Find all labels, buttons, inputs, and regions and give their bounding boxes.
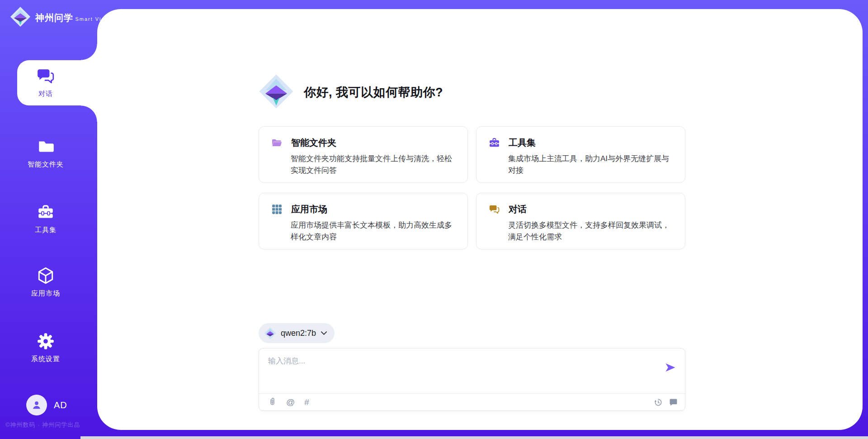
feature-cards: 智能文件夹 智能文件夹功能支持批量文件上传与清洗，轻松实现文件问答 工具集 集成… <box>259 126 685 249</box>
greeting-text: 你好, 我可以如何帮助你? <box>304 84 443 100</box>
sidebar-item-app-market[interactable]: 应用市场 <box>0 266 91 298</box>
model-selector[interactable]: qwen2:7b <box>259 323 335 343</box>
user-profile[interactable]: AD <box>26 395 67 415</box>
chat-icon <box>36 67 55 86</box>
assistant-logo-diamond-icon <box>259 74 294 111</box>
bubble-fillet-top <box>81 44 97 60</box>
sidebar-item-label: 系统设置 <box>0 355 91 363</box>
card-description: 集成市场上主流工具，助力AI与外界无缝扩展与对接 <box>508 153 673 176</box>
card-description: 应用市场提供丰富长文本模板，助力高效生成多样化文章内容 <box>291 220 456 243</box>
briefcase-icon <box>489 137 500 148</box>
bottom-strip <box>80 436 868 439</box>
topic-icon[interactable]: # <box>304 398 309 406</box>
sidebar-item-label: 应用市场 <box>0 289 91 298</box>
folder-icon <box>36 137 55 156</box>
user-initials: AD <box>54 400 67 410</box>
composer-toolbar: @ # <box>268 393 678 411</box>
card-description: 灵活切换多模型文件，支持多样回复效果调试，满足个性化需求 <box>508 220 673 243</box>
brand-name: 神州问学 <box>35 13 73 23</box>
app-grid-icon <box>271 204 283 215</box>
cube-icon <box>36 266 55 285</box>
sidebar-item-toolset[interactable]: 工具集 <box>0 203 91 234</box>
chevron-down-icon <box>321 331 327 335</box>
card-description: 智能文件夹功能支持批量文件上传与清洗，轻松实现文件问答 <box>291 153 456 176</box>
folder-open-icon <box>271 137 283 148</box>
card-title: 工具集 <box>509 137 536 149</box>
card-chat[interactable]: 对话 灵活切换多模型文件，支持多样回复效果调试，满足个性化需求 <box>476 193 685 249</box>
chat-icon <box>489 204 500 215</box>
card-smart-folder[interactable]: 智能文件夹 智能文件夹功能支持批量文件上传与清洗，轻松实现文件问答 <box>259 126 468 183</box>
model-logo-diamond-icon <box>264 327 276 339</box>
card-app-market[interactable]: 应用市场 应用市场提供丰富长文本模板，助力高效生成多样化文章内容 <box>259 193 468 249</box>
sidebar-item-smart-folder[interactable]: 智能文件夹 <box>0 137 91 169</box>
greeting: 你好, 我可以如何帮助你? <box>259 74 685 111</box>
avatar[interactable] <box>26 395 47 415</box>
chat-bubble-icon[interactable] <box>669 398 678 406</box>
mention-icon[interactable]: @ <box>286 398 295 406</box>
sidebar-item-label: 对话 <box>0 90 91 98</box>
user-icon <box>31 399 42 411</box>
sidebar-item-settings[interactable]: 系统设置 <box>0 332 91 363</box>
send-icon[interactable] <box>664 361 677 374</box>
toolbox-icon <box>36 203 55 222</box>
gear-icon <box>36 332 55 351</box>
model-name: qwen2:7b <box>281 329 316 338</box>
brand-logo-diamond-icon <box>10 6 31 29</box>
copyright-footer: ©神州数码 · 神州问学出品 <box>5 421 80 429</box>
card-title: 对话 <box>509 203 527 215</box>
history-icon[interactable] <box>654 398 663 407</box>
card-title: 应用市场 <box>291 203 327 215</box>
sidebar-item-label: 工具集 <box>0 226 91 234</box>
card-title: 智能文件夹 <box>291 137 336 149</box>
sidebar-item-chat[interactable]: 对话 <box>0 67 91 98</box>
bubble-fillet-bottom <box>81 105 97 122</box>
message-input[interactable] <box>259 348 648 392</box>
message-composer: @ # <box>259 348 685 411</box>
card-toolset[interactable]: 工具集 集成市场上主流工具，助力AI与外界无缝扩展与对接 <box>476 126 685 183</box>
attachment-icon[interactable] <box>268 397 277 407</box>
sidebar-item-label: 智能文件夹 <box>0 160 91 169</box>
